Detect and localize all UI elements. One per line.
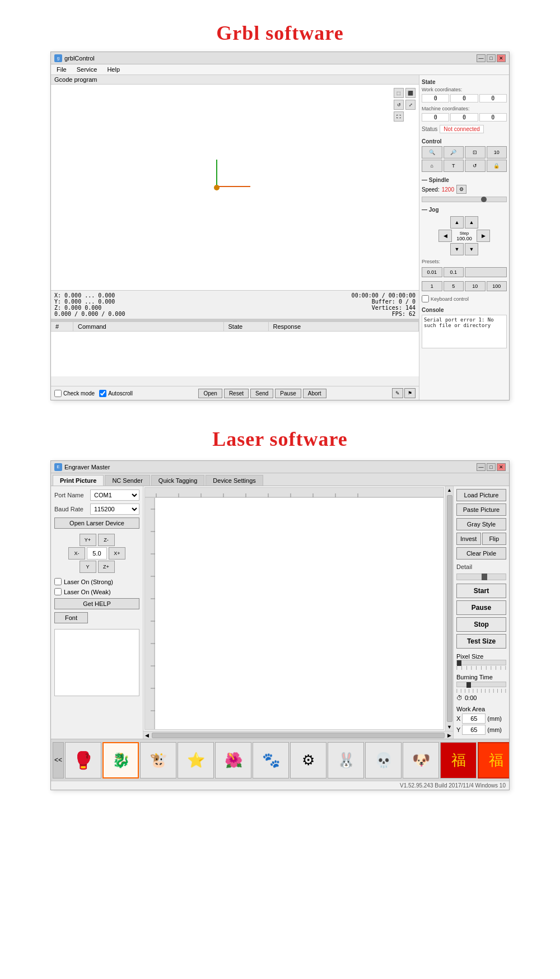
canvas-rotate-btn[interactable]: ↺ [394, 100, 404, 110]
tab-print-picture[interactable]: Print Picture [53, 475, 104, 486]
pause-btn[interactable]: Pause [275, 389, 301, 398]
grbl-close-btn[interactable]: ✕ [497, 54, 506, 62]
hscroll-right[interactable]: ▶ [446, 733, 453, 738]
footer-icon-1[interactable]: ✎ [392, 388, 403, 398]
laser-jog-yp[interactable]: Y+ [80, 534, 96, 546]
preset-5[interactable]: 100 [487, 281, 507, 291]
ctrl-rotate[interactable]: ↺ [465, 160, 486, 172]
ctrl-lock[interactable]: 🔒 [487, 160, 507, 172]
port-name-select[interactable]: COM1 [90, 489, 139, 501]
jog-up-right[interactable]: ▲ [465, 216, 478, 229]
laser-jog-zm[interactable]: Z- [98, 534, 115, 546]
preset-1[interactable]: 0.1 [444, 267, 464, 277]
ctrl-zoom-out[interactable]: 🔎 [444, 146, 464, 158]
thumb-5[interactable]: 🐾 [253, 742, 289, 778]
flip-btn[interactable]: Flip [482, 533, 507, 545]
footer-icon-2[interactable]: ⚑ [404, 388, 416, 398]
spindle-settings[interactable]: ⚙ [456, 185, 466, 194]
load-picture-btn[interactable]: Load Picture [456, 489, 506, 501]
font-btn[interactable]: Font [54, 612, 88, 623]
jog-up[interactable]: ▲ [450, 216, 464, 229]
thumb-4[interactable]: 🌺 [215, 742, 251, 778]
canvas-3d-btn[interactable]: ⬚ [394, 88, 404, 98]
grbl-menu-help[interactable]: Help [105, 66, 122, 73]
laser-close-btn[interactable]: ✕ [497, 463, 506, 471]
grbl-menu-service[interactable]: Service [74, 66, 100, 73]
thumb-6[interactable]: ⚙ [290, 742, 326, 778]
pixel-slider[interactable] [456, 660, 506, 665]
work-y-input[interactable] [462, 725, 486, 735]
jog-right[interactable]: ▶ [477, 230, 490, 242]
grbl-menu-file[interactable]: File [54, 66, 69, 73]
burning-slider[interactable] [456, 682, 506, 687]
thumb-3[interactable]: ⭐ [178, 742, 214, 778]
stop-btn[interactable]: Stop [456, 617, 506, 632]
start-btn[interactable]: Start [456, 584, 506, 598]
ctrl-font[interactable]: T [444, 160, 464, 172]
laser-maximize-btn[interactable]: □ [487, 463, 496, 471]
abort-btn[interactable]: Abort [303, 389, 326, 398]
laser-jog-zp[interactable]: Z+ [98, 561, 115, 573]
ctrl-fit[interactable]: ⊡ [465, 146, 486, 158]
thumb-1[interactable]: 🐉 [102, 742, 139, 778]
check-mode-checkbox[interactable] [54, 390, 62, 397]
spindle-slider[interactable] [422, 197, 507, 202]
thumb-10[interactable]: 福 [440, 742, 477, 778]
tab-nc-sender[interactable]: NC Sender [105, 475, 150, 486]
canvas-flip-btn[interactable]: ⤢ [405, 100, 416, 110]
thumb-7[interactable]: 🐰 [328, 742, 364, 778]
preset-0[interactable]: 0.01 [422, 267, 442, 277]
send-btn[interactable]: Send [250, 389, 273, 398]
laser-minimize-btn[interactable]: — [477, 463, 486, 471]
detail-slider[interactable] [456, 574, 506, 580]
thumb-11[interactable]: 福 [478, 742, 509, 778]
hscroll-left[interactable]: ◀ [143, 733, 151, 738]
autoscroll-checkbox[interactable] [99, 390, 106, 397]
preset-3[interactable]: 5 [444, 281, 464, 291]
grbl-minimize-btn[interactable]: — [477, 54, 486, 62]
laser-jog-xm[interactable]: X- [68, 547, 85, 560]
open-device-btn[interactable]: Open Larser Device [54, 518, 139, 529]
ctrl-zoom-in[interactable]: 🔍 [422, 146, 442, 158]
pause-btn[interactable]: Pause [456, 600, 506, 615]
paste-picture-btn[interactable]: Paste Picture [456, 504, 506, 516]
thumb-0[interactable]: 🥊 [65, 742, 101, 778]
thumb-9[interactable]: 🐶 [403, 742, 439, 778]
tab-device-settings[interactable]: Device Settings [206, 475, 263, 486]
preset-4[interactable]: 10 [465, 281, 486, 291]
invest-btn[interactable]: Invest [456, 533, 481, 545]
laser-jog-value[interactable] [87, 547, 107, 560]
jog-left[interactable]: ◀ [438, 230, 452, 242]
clear-pixle-btn[interactable]: Clear Pixle [456, 547, 506, 560]
thumb-2[interactable]: 🐮 [140, 742, 176, 778]
tab-quick-tagging[interactable]: Quick Tagging [151, 475, 205, 486]
open-btn[interactable]: Open [198, 389, 222, 398]
reset-btn[interactable]: Reset [224, 389, 249, 398]
work-x-input[interactable] [462, 714, 486, 724]
get-help-btn[interactable]: Get HELP [54, 598, 139, 609]
grbl-maximize-btn[interactable]: □ [487, 54, 496, 62]
jog-down[interactable]: ▼ [450, 243, 464, 255]
gray-style-btn[interactable]: Gray Style [456, 518, 506, 530]
laser-weak-checkbox[interactable] [54, 588, 62, 595]
jog-down-right[interactable]: ▼ [465, 243, 478, 255]
test-size-btn[interactable]: Test Size [456, 634, 506, 649]
ctrl-home[interactable]: ⌂ [422, 160, 442, 172]
laser-jog-y[interactable]: Y [80, 561, 96, 573]
vscroll-up[interactable]: ▲ [447, 486, 452, 494]
laser-jog-xp[interactable]: X+ [109, 547, 125, 560]
preset-2[interactable]: 1 [422, 281, 442, 291]
keyboard-ctrl-checkbox[interactable] [422, 295, 429, 302]
strip-prev-btn[interactable]: << [53, 742, 64, 778]
baud-rate-select[interactable]: 115200 [90, 504, 139, 515]
laser-canvas[interactable] [144, 487, 444, 730]
canvas-vscrollbar[interactable]: ▲ ▼ [445, 486, 453, 731]
ctrl-zero[interactable]: 10 [487, 146, 507, 158]
canvas-fullscreen-btn[interactable]: ⛶ [394, 111, 404, 122]
laser-strong-checkbox[interactable] [54, 578, 62, 585]
thumb-8[interactable]: 💀 [365, 742, 402, 778]
canvas-cube-btn[interactable]: ⬛ [405, 88, 416, 98]
laser-text-area[interactable] [54, 629, 139, 696]
canvas-hscrollbar[interactable]: ◀ ▶ [143, 731, 453, 739]
vscroll-down[interactable]: ▼ [447, 723, 452, 731]
